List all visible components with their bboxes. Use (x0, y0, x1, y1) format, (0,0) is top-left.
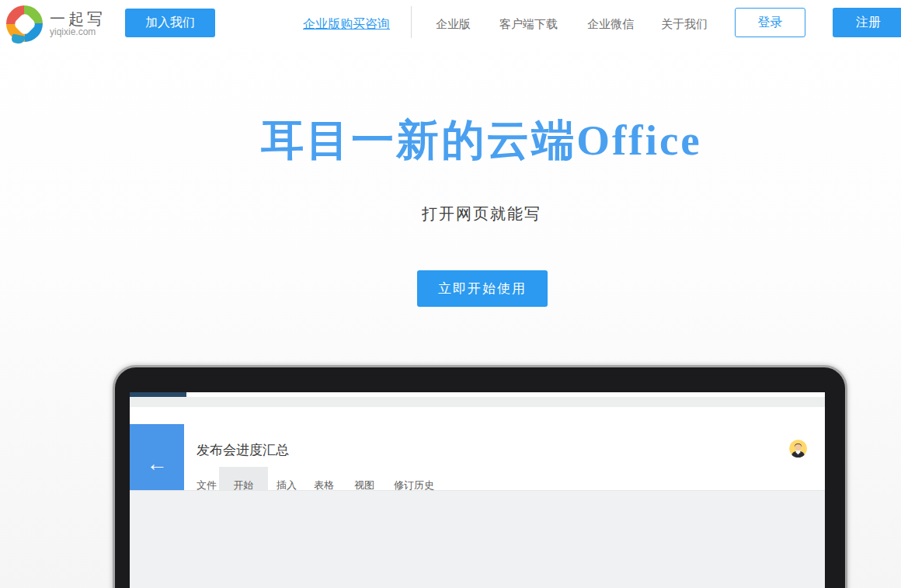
nav-item-about-us[interactable]: 关于我们 (661, 17, 708, 32)
nav-item-enterprise-wechat[interactable]: 企业微信 (587, 17, 634, 32)
brand-name: 一起写 (50, 10, 106, 27)
nav-item-client-download[interactable]: 客户端下载 (499, 17, 558, 32)
document-title: 发布会进度汇总 (197, 441, 289, 459)
avatar-person-icon (789, 440, 807, 458)
editor-header: ← 发布会进度汇总 文件 开始 插入 表格 视图 修订历史 (130, 407, 825, 490)
start-now-button[interactable]: 立即开始使用 (417, 270, 548, 307)
hero-title: 耳目一新的云端Office (261, 112, 702, 169)
laptop-mockup: ← 发布会进度汇总 文件 开始 插入 表格 视图 修订历史 (113, 365, 847, 588)
screen-top-gray-strip (130, 397, 825, 407)
logo-text: 一起写 yiqixie.com (50, 10, 106, 37)
login-button[interactable]: 登录 (735, 8, 805, 37)
laptop-screen: ← 发布会进度汇总 文件 开始 插入 表格 视图 修订历史 (130, 392, 825, 588)
register-button[interactable]: 注册 (833, 8, 901, 37)
brand-domain: yiqixie.com (50, 27, 106, 37)
user-avatar[interactable] (789, 440, 807, 458)
editor-canvas-area (130, 490, 825, 588)
brand-logo[interactable]: 一起写 yiqixie.com (6, 5, 106, 42)
nav-item-enterprise[interactable]: 企业版 (436, 17, 471, 32)
enterprise-consult-link[interactable]: 企业版购买咨询 (303, 16, 390, 33)
logo-white-x-shape (12, 12, 37, 36)
back-arrow-icon: ← (147, 454, 168, 475)
yiqixie-logo-icon (6, 5, 43, 42)
logo-tail-shape (11, 33, 26, 44)
nav-divider (411, 6, 412, 38)
hero-subtitle: 打开网页就能写 (422, 204, 541, 224)
join-us-button[interactable]: 加入我们 (125, 9, 215, 37)
top-navigation-bar: 一起写 yiqixie.com 加入我们 企业版购买咨询 企业版 客户端下载 企… (0, 0, 901, 47)
